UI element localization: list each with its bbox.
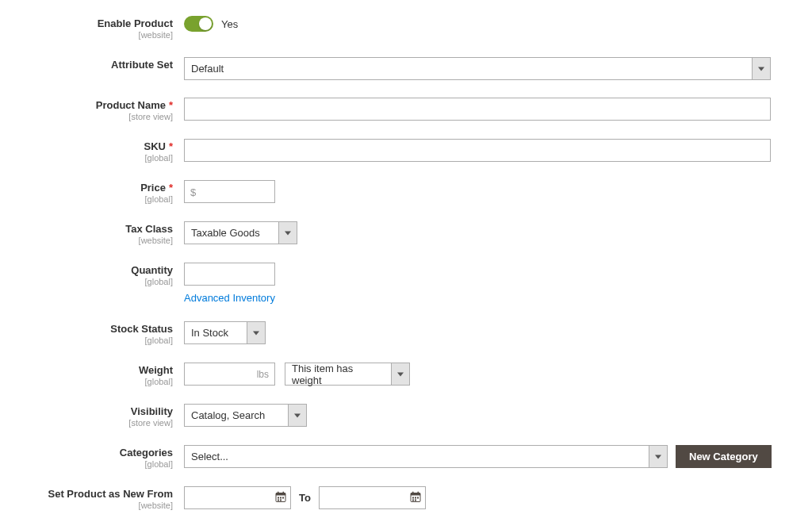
categories-value: Select...: [184, 445, 649, 468]
required-asterisk: *: [169, 140, 173, 152]
chevron-down-icon[interactable]: [753, 57, 771, 80]
label-text: Stock Status: [110, 323, 173, 335]
svg-rect-12: [417, 491, 419, 493]
label-weight: Weight [global]: [32, 363, 184, 386]
svg-rect-4: [278, 497, 279, 498]
label-new-from: Set Product as New From [website]: [32, 486, 184, 510]
stock-status-select[interactable]: In Stock: [184, 321, 266, 344]
scope-text: [website]: [32, 30, 173, 40]
to-label: To: [299, 492, 311, 504]
label-text: SKU: [144, 140, 165, 152]
label-tax-class: Tax Class [website]: [32, 221, 184, 245]
svg-rect-3: [283, 491, 285, 493]
svg-rect-2: [278, 491, 279, 493]
label-sku: SKU* [global]: [32, 139, 184, 163]
sku-input[interactable]: [184, 139, 771, 162]
label-product-name: Product Name* [store view]: [32, 98, 184, 121]
svg-rect-6: [282, 497, 284, 498]
tax-class-value: Taxable Goods: [184, 221, 279, 244]
svg-rect-13: [412, 497, 414, 498]
scope-text: [global]: [32, 377, 173, 386]
scope-text: [global]: [32, 336, 173, 345]
label-text: Enable Product: [98, 17, 173, 29]
svg-rect-5: [280, 497, 282, 498]
product-name-input[interactable]: [184, 98, 771, 121]
label-text: Product Name: [96, 99, 166, 111]
label-price: Price* [global]: [32, 180, 184, 204]
visibility-value: Catalog, Search: [184, 404, 289, 427]
advanced-inventory-link[interactable]: Advanced Inventory: [184, 292, 275, 304]
scope-text: [store view]: [32, 418, 173, 428]
svg-rect-11: [412, 491, 414, 493]
toggle-knob: [199, 17, 212, 30]
label-text: Set Product as New From: [48, 488, 173, 500]
visibility-select[interactable]: Catalog, Search: [184, 404, 307, 427]
required-asterisk: *: [169, 182, 173, 194]
enable-product-value: Yes: [221, 18, 238, 30]
categories-select[interactable]: Select...: [184, 445, 668, 468]
calendar-icon[interactable]: [275, 491, 286, 505]
scope-text: [website]: [32, 501, 173, 510]
label-text: Weight: [139, 364, 173, 376]
chevron-down-icon[interactable]: [392, 363, 410, 386]
scope-text: [global]: [32, 194, 173, 204]
scope-text: [global]: [32, 459, 173, 469]
label-text: Quantity: [131, 264, 173, 276]
currency-symbol: $: [190, 186, 196, 198]
label-text: Visibility: [131, 405, 173, 417]
scope-text: [global]: [32, 277, 173, 286]
attribute-set-select[interactable]: Default: [184, 57, 771, 80]
svg-rect-7: [278, 499, 279, 501]
svg-rect-8: [280, 499, 282, 501]
weight-unit: lbs: [257, 369, 269, 380]
svg-rect-16: [412, 499, 414, 501]
svg-rect-14: [415, 497, 416, 498]
weight-option-select[interactable]: This item has weight: [285, 363, 410, 386]
svg-rect-15: [417, 497, 419, 498]
label-text: Attribute Set: [111, 59, 173, 71]
new-category-button[interactable]: New Category: [676, 445, 772, 468]
tax-class-select[interactable]: Taxable Goods: [184, 221, 297, 244]
label-visibility: Visibility [store view]: [32, 404, 184, 428]
calendar-icon[interactable]: [410, 491, 421, 505]
scope-text: [store view]: [32, 112, 173, 121]
label-stock-status: Stock Status [global]: [32, 321, 184, 345]
label-quantity: Quantity [global]: [32, 263, 184, 286]
chevron-down-icon[interactable]: [289, 404, 307, 427]
label-enable-product: Enable Product [website]: [32, 16, 184, 40]
stock-status-value: In Stock: [184, 321, 247, 344]
chevron-down-icon[interactable]: [649, 445, 668, 468]
scope-text: [website]: [32, 236, 173, 245]
label-categories: Categories [global]: [32, 445, 184, 469]
label-text: Categories: [120, 447, 173, 459]
quantity-input[interactable]: [184, 263, 275, 286]
weight-option-value: This item has weight: [285, 363, 392, 386]
attribute-set-value: Default: [184, 57, 753, 80]
enable-product-toggle[interactable]: [184, 16, 213, 32]
svg-rect-10: [411, 493, 420, 495]
label-text: Tax Class: [125, 223, 173, 235]
required-asterisk: *: [169, 99, 173, 111]
chevron-down-icon[interactable]: [279, 221, 297, 244]
price-input[interactable]: [184, 180, 275, 203]
label-text: Price: [140, 182, 166, 194]
svg-rect-17: [415, 499, 416, 501]
label-attribute-set: Attribute Set: [32, 57, 184, 71]
svg-rect-1: [276, 493, 285, 495]
chevron-down-icon[interactable]: [247, 321, 266, 344]
scope-text: [global]: [32, 153, 173, 163]
